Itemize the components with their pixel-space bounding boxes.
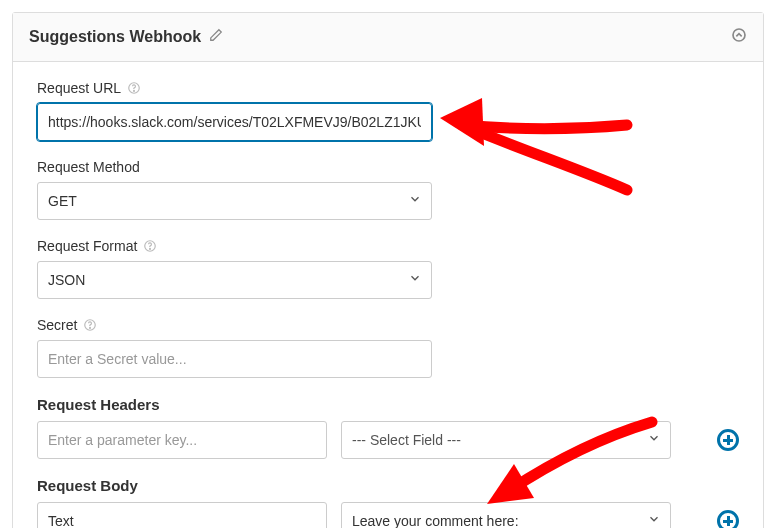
request-format-label: Request Format	[37, 238, 137, 254]
header-key-input[interactable]	[37, 421, 327, 459]
svg-point-2	[134, 90, 135, 91]
pencil-icon[interactable]	[209, 28, 223, 46]
request-url-label: Request URL	[37, 80, 121, 96]
request-method-label: Request Method	[37, 159, 140, 175]
request-method-group: Request Method GET	[37, 159, 739, 220]
webhook-panel: Suggestions Webhook Request URL	[12, 12, 764, 528]
request-url-input[interactable]	[37, 103, 432, 141]
request-headers-section: Request Headers --- Select Field ---	[37, 396, 739, 459]
svg-point-6	[90, 327, 91, 328]
header-field-select[interactable]: --- Select Field ---	[341, 421, 671, 459]
request-body-section: Request Body Leave your comment here:	[37, 477, 739, 528]
body-field-select[interactable]: Leave your comment here:	[341, 502, 671, 528]
add-header-button[interactable]	[717, 429, 739, 451]
request-method-select[interactable]: GET	[37, 182, 432, 220]
request-body-label: Request Body	[37, 477, 739, 494]
help-icon[interactable]	[83, 318, 97, 332]
help-icon[interactable]	[143, 239, 157, 253]
help-icon[interactable]	[127, 81, 141, 95]
add-body-button[interactable]	[717, 510, 739, 528]
panel-title: Suggestions Webhook	[29, 28, 201, 46]
secret-label: Secret	[37, 317, 77, 333]
panel-header: Suggestions Webhook	[13, 13, 763, 62]
body-key-input[interactable]	[37, 502, 327, 528]
svg-point-0	[733, 29, 745, 41]
svg-point-4	[150, 248, 151, 249]
secret-input[interactable]	[37, 340, 432, 378]
request-url-group: Request URL	[37, 80, 739, 141]
request-format-group: Request Format JSON	[37, 238, 739, 299]
request-headers-label: Request Headers	[37, 396, 739, 413]
secret-group: Secret	[37, 317, 739, 378]
request-format-select[interactable]: JSON	[37, 261, 432, 299]
collapse-icon[interactable]	[731, 27, 747, 47]
